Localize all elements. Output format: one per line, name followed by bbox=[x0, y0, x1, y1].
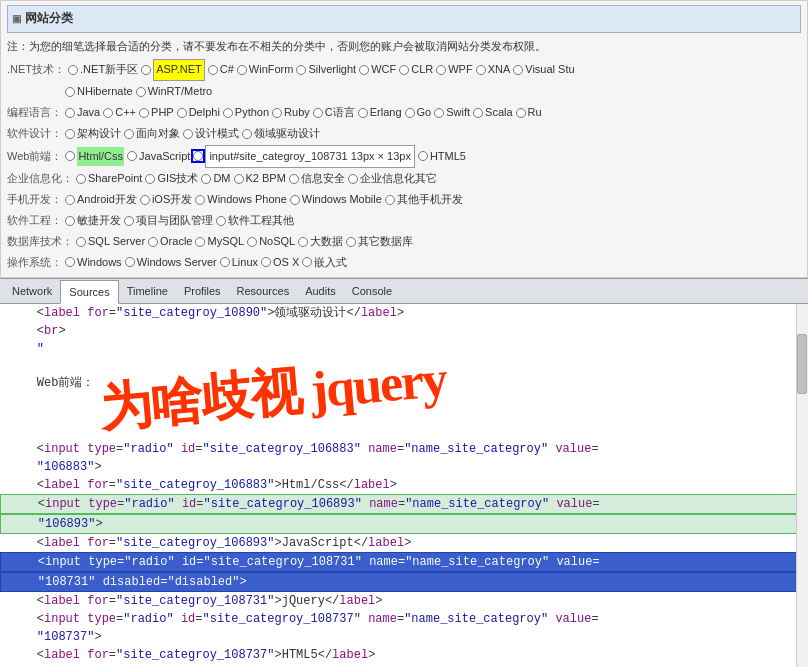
category-row-enterprise: 企业信息化： SharePoint GIS技术 DM K2 BPM 信息安全 企… bbox=[7, 169, 801, 189]
tab-console[interactable]: Console bbox=[344, 279, 400, 303]
radio-sqlserver[interactable]: SQL Server bbox=[75, 232, 145, 252]
radio-winform[interactable]: WinForm bbox=[236, 60, 294, 80]
category-row-dotnet2: NHibernate WinRT/Metro bbox=[7, 82, 801, 102]
db-label: 数据库技术： bbox=[7, 232, 73, 252]
code-line-12: <input type="radio" id="site_categroy_10… bbox=[0, 494, 808, 514]
radio-winserver[interactable]: Windows Server bbox=[124, 253, 217, 273]
radio-nosql[interactable]: NoSQL bbox=[246, 232, 295, 252]
tab-sources[interactable]: Sources bbox=[60, 280, 118, 304]
radio-wpf[interactable]: WPF bbox=[435, 60, 472, 80]
code-line-15: <input type="radio" id="site_categroy_10… bbox=[0, 552, 808, 572]
radio-csharp[interactable]: C# bbox=[207, 60, 234, 80]
classification-panel: ▣ 网站分类 注：为您的细笔选择最合适的分类，请不要发布在不相关的分类中，否则您… bbox=[0, 0, 808, 278]
radio-agile[interactable]: 敏捷开发 bbox=[64, 211, 121, 231]
code-line-20: <label for="site_categroy_108737">HTML5<… bbox=[0, 646, 808, 664]
radio-winrt[interactable]: WinRT/Metro bbox=[135, 82, 213, 102]
radio-dotnet-newbie[interactable]: .NET新手区 bbox=[67, 60, 138, 80]
radio-scala[interactable]: Scala bbox=[472, 103, 513, 123]
radio-java[interactable]: Java bbox=[64, 103, 100, 123]
code-line-14: <label for="site_categroy_106893">JavaSc… bbox=[0, 534, 808, 552]
radio-security[interactable]: 信息安全 bbox=[288, 169, 345, 189]
code-line-18: <input type="radio" id="site_categroy_10… bbox=[0, 610, 808, 628]
radio-wcf[interactable]: WCF bbox=[358, 60, 396, 80]
radio-clang[interactable]: C语言 bbox=[312, 103, 355, 123]
radio-ios[interactable]: iOS开发 bbox=[139, 190, 192, 210]
radio-mobile-other[interactable]: 其他手机开发 bbox=[384, 190, 463, 210]
radio-arch[interactable]: 架构设计 bbox=[64, 124, 121, 144]
tab-resources[interactable]: Resources bbox=[229, 279, 298, 303]
jquery-tooltip: input#site_categroy_108731 13px × 13px bbox=[205, 145, 415, 169]
code-line-3: " bbox=[0, 340, 808, 358]
radio-swift[interactable]: Swift bbox=[433, 103, 470, 123]
radio-embedded[interactable]: 嵌入式 bbox=[301, 253, 347, 273]
radio-pattern[interactable]: 设计模式 bbox=[182, 124, 239, 144]
radio-jquery-top[interactable]: input#site_categroy_108731 13px × 13px bbox=[192, 145, 415, 169]
radio-winmobile[interactable]: Windows Mobile bbox=[289, 190, 382, 210]
radio-winphone[interactable]: Windows Phone bbox=[194, 190, 287, 210]
category-row-mobile: 手机开发： Android开发 iOS开发 Windows Phone Wind… bbox=[7, 190, 801, 210]
radio-php[interactable]: PHP bbox=[138, 103, 174, 123]
tab-network[interactable]: Network bbox=[4, 279, 60, 303]
category-row-web: Web前端： Html/Css JavaScript input#site_ca… bbox=[7, 145, 801, 169]
radio-js[interactable]: JavaScript bbox=[126, 147, 190, 167]
dotnet-label: .NET技术： bbox=[7, 60, 65, 80]
radio-delphi[interactable]: Delphi bbox=[176, 103, 220, 123]
radio-htmlcss[interactable]: Html/Css bbox=[64, 147, 124, 167]
radio-cpp[interactable]: C++ bbox=[102, 103, 136, 123]
category-row-se: 软件工程： 敏捷开发 项目与团队管理 软件工程其他 bbox=[7, 211, 801, 231]
code-line-5: Web前端： bbox=[0, 374, 808, 392]
code-line-4 bbox=[0, 358, 808, 374]
radio-xna[interactable]: XNA bbox=[475, 60, 511, 80]
radio-go[interactable]: Go bbox=[404, 103, 432, 123]
radio-mysql[interactable]: MySQL bbox=[194, 232, 244, 252]
radio-oracle[interactable]: Oracle bbox=[147, 232, 192, 252]
radio-python[interactable]: Python bbox=[222, 103, 269, 123]
radio-ent-other[interactable]: 企业信息化其它 bbox=[347, 169, 437, 189]
radio-ruby[interactable]: Ruby bbox=[271, 103, 310, 123]
scrollbar-track[interactable] bbox=[796, 304, 808, 667]
notice-text: 注：为您的细笔选择最合适的分类，请不要发布在不相关的分类中，否则您的账户会被取消… bbox=[7, 37, 801, 57]
radio-bigdata[interactable]: 大数据 bbox=[297, 232, 343, 252]
radio-k2bpm[interactable]: K2 BPM bbox=[233, 169, 286, 189]
code-line-19: "108737"> bbox=[0, 628, 808, 646]
tab-audits[interactable]: Audits bbox=[297, 279, 344, 303]
sw-label: 软件设计： bbox=[7, 124, 62, 144]
radio-gis[interactable]: GIS技术 bbox=[144, 169, 198, 189]
tab-profiles[interactable]: Profiles bbox=[176, 279, 229, 303]
radio-aspnet[interactable]: ASP.NET bbox=[140, 59, 205, 81]
se-label: 软件工程： bbox=[7, 211, 62, 231]
radio-osx[interactable]: OS X bbox=[260, 253, 299, 273]
radio-clr[interactable]: CLR bbox=[398, 60, 433, 80]
code-panel: 为啥歧视 jquery <label for="site_categroy_10… bbox=[0, 304, 808, 667]
devtools-tabs: Network Sources Timeline Profiles Resour… bbox=[0, 278, 808, 304]
radio-nhibernate[interactable]: NHibernate bbox=[64, 82, 133, 102]
radio-ru[interactable]: Ru bbox=[515, 103, 542, 123]
radio-windows[interactable]: Windows bbox=[64, 253, 122, 273]
code-line-2: <br> bbox=[0, 322, 808, 340]
radio-db-other[interactable]: 其它数据库 bbox=[345, 232, 413, 252]
category-row-lang: 编程语言： Java C++ PHP Delphi Python Ruby C语… bbox=[7, 103, 801, 123]
radio-html5[interactable]: HTML5 bbox=[417, 147, 466, 167]
radio-se-other[interactable]: 软件工程其他 bbox=[215, 211, 294, 231]
radio-android[interactable]: Android开发 bbox=[64, 190, 137, 210]
radio-linux[interactable]: Linux bbox=[219, 253, 258, 273]
web-label: Web前端： bbox=[7, 147, 62, 167]
radio-oo[interactable]: 面向对象 bbox=[123, 124, 180, 144]
radio-sharepoint[interactable]: SharePoint bbox=[75, 169, 142, 189]
code-line-6 bbox=[0, 392, 808, 408]
radio-silverlight[interactable]: Silverlight bbox=[295, 60, 356, 80]
code-line-11: <label for="site_categroy_106883">Html/C… bbox=[0, 476, 808, 494]
radio-projectmgmt[interactable]: 项目与团队管理 bbox=[123, 211, 213, 231]
radio-erlang[interactable]: Erlang bbox=[357, 103, 402, 123]
radio-visualstu[interactable]: Visual Stu bbox=[512, 60, 574, 80]
main-container: ▣ 网站分类 注：为您的细笔选择最合适的分类，请不要发布在不相关的分类中，否则您… bbox=[0, 0, 808, 667]
radio-ddd[interactable]: 领域驱动设计 bbox=[241, 124, 320, 144]
panel-title-text: 网站分类 bbox=[25, 8, 73, 30]
code-line-10: "106883"> bbox=[0, 458, 808, 476]
scrollbar-thumb[interactable] bbox=[797, 334, 807, 394]
radio-dm[interactable]: DM bbox=[200, 169, 230, 189]
code-line-1: <label for="site_categroy_10890">领域驱动设计<… bbox=[0, 304, 808, 322]
tab-timeline[interactable]: Timeline bbox=[119, 279, 176, 303]
category-row-dotnet: .NET技术： .NET新手区 ASP.NET C# WinForm Silve… bbox=[7, 59, 801, 81]
lang-label: 编程语言： bbox=[7, 103, 62, 123]
